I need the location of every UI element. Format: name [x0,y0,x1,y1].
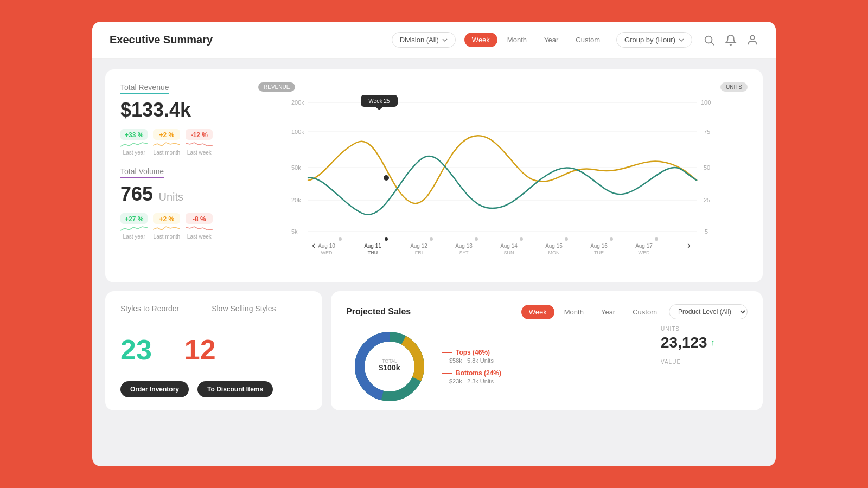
projected-title: Projected Sales [346,307,411,317]
svg-text:MON: MON [548,250,560,255]
projected-header: Projected Sales Week Month Year Custom P… [346,304,748,319]
slow-selling-label: Slow Selling Styles [212,304,276,313]
header-controls: Division (All) Week Month Year Custom Gr… [392,32,692,48]
projected-card: Projected Sales Week Month Year Custom P… [331,291,763,410]
chevron-down-icon [679,38,684,42]
division-select[interactable]: Division (All) [392,32,456,48]
svg-marker-45 [375,107,383,110]
division-label: Division (All) [400,36,439,44]
vol-badge-year: +27 % Last year [120,213,148,240]
search-icon[interactable] [703,34,715,46]
svg-text:25: 25 [704,197,710,203]
projected-period-tabs: Week Month Year Custom [521,305,665,319]
svg-text:Aug 12: Aug 12 [410,243,427,249]
badge-last-year: +33 % Last year [120,129,148,156]
svg-point-24 [565,237,568,241]
proj-tab-custom[interactable]: Custom [625,305,665,319]
svg-text:200k: 200k [291,99,304,106]
revenue-left: Total Revenue $133.4k +33 % Last year +2… [120,82,245,269]
legend-bottoms-title: Bottoms (24%) [442,369,652,377]
svg-point-22 [475,237,478,241]
chart-svg-wrapper: 200k 100k 50k 20k 5k 100 75 50 25 5 [258,94,748,269]
legend-tops: Tops (46%) $58k 5.8k Units [442,349,652,364]
svg-text:Aug 15: Aug 15 [545,243,563,249]
svg-text:5k: 5k [291,228,298,235]
badge-value-month: +2 % [153,129,180,140]
vol-badge-value-year: +27 % [120,213,148,224]
volume-badges: +27 % Last year +2 % Last month -8 % [120,213,245,240]
projected-right: UNITS 23,123 ↑ VALUE [661,326,748,407]
svg-text:WED: WED [639,250,650,255]
svg-text:THU: THU [368,250,378,255]
chart-area: REVENUE UNITS 200k 100k 50k 20k 5k 100 7… [258,82,748,269]
order-inventory-button[interactable]: Order Inventory [120,381,189,397]
header: Executive Summary Division (All) Week Mo… [92,22,776,59]
svg-point-2 [750,35,754,39]
svg-text:100k: 100k [291,129,304,135]
svg-text:TUE: TUE [594,250,604,255]
svg-text:Aug 14: Aug 14 [500,243,518,249]
proj-tab-week[interactable]: Week [521,305,554,319]
reorder-buttons: Order Inventory To Discount Items [120,381,307,397]
badge-last-week: -12 % Last week [186,129,213,156]
proj-tab-month[interactable]: Month [557,305,591,319]
volume-number: 765 [120,183,153,205]
revenue-card: Total Revenue $133.4k +33 % Last year +2… [105,69,763,282]
tab-custom[interactable]: Custom [568,33,608,47]
revenue-value: $133.4k [120,99,245,121]
vol-badge-label-month: Last month [153,234,180,240]
group-by-select[interactable]: Group by (Hour) [616,32,692,48]
reorder-numbers: 23 12 [120,323,307,377]
svg-text:Aug 17: Aug 17 [635,243,653,249]
svg-point-26 [655,237,658,241]
value-label: VALUE [661,359,748,365]
svg-text:75: 75 [704,129,710,135]
svg-text:›: › [687,240,691,251]
main-content: Total Revenue $133.4k +33 % Last year +2… [92,59,776,466]
legend-tops-sub: $58k 5.8k Units [442,357,652,364]
svg-text:SAT: SAT [459,250,469,255]
volume-label: Total Volume [120,167,164,178]
units-label: UNITS [661,326,748,332]
tab-month[interactable]: Month [500,33,534,47]
svg-text:Aug 10: Aug 10 [318,243,335,249]
volume-section: Total Volume 765 Units +27 % Last year +… [120,166,245,240]
svg-text:20k: 20k [291,197,301,203]
badge-value-year: +33 % [120,129,148,140]
svg-text:Aug 11: Aug 11 [364,243,381,249]
svg-point-25 [610,237,613,241]
svg-text:WED: WED [321,250,333,255]
reorder-header: Styles to Reorder Slow Selling Styles [120,304,307,313]
revenue-label: Total Revenue [120,83,169,94]
svg-point-18 [384,175,389,181]
vol-badge-value-month: +2 % [153,213,180,224]
product-level-select[interactable]: Product Level (All) [669,304,748,319]
discount-items-button[interactable]: To Discount Items [197,381,273,397]
proj-tab-year[interactable]: Year [593,305,623,319]
user-icon[interactable] [746,34,758,46]
projected-body: TOTAL $100k Tops (46%) $58k 5.8k Units [346,326,748,407]
svg-text:Week 25: Week 25 [368,98,390,104]
donut-chart: TOTAL $100k [346,326,433,407]
units-value: 23,123 ↑ [661,334,748,351]
units-legend: UNITS [720,82,748,92]
tab-week[interactable]: Week [464,33,497,47]
donut-legend: Tops (46%) $58k 5.8k Units Bottoms (24%)… [442,326,652,407]
reorder-card: Styles to Reorder Slow Selling Styles 23… [105,291,322,410]
volume-unit: Units [159,191,184,203]
group-label: Group by (Hour) [624,36,675,44]
legend-tops-title: Tops (46%) [442,349,652,356]
donut-svg: TOTAL $100k [349,326,430,407]
svg-text:100: 100 [701,99,711,106]
vol-badge-month: +2 % Last month [153,213,180,240]
main-chart: 200k 100k 50k 20k 5k 100 75 50 25 5 [258,94,748,267]
tab-year[interactable]: Year [537,33,566,47]
svg-point-19 [339,237,342,241]
bell-icon[interactable] [725,34,737,46]
vol-badge-label-week: Last week [186,234,213,240]
legend-bottoms: Bottoms (24%) $23k 2.3k Units [442,369,652,384]
svg-text:$100k: $100k [379,363,400,372]
styles-reorder-label: Styles to Reorder [120,304,179,313]
vol-badge-week: -8 % Last week [186,213,213,240]
app-container: Executive Summary Division (All) Week Mo… [92,22,776,466]
